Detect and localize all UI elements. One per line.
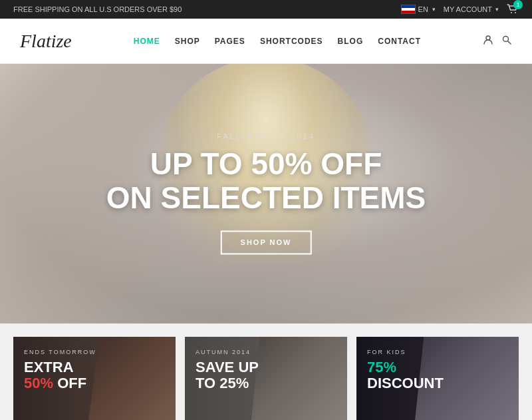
- promo-to-2: TO: [196, 375, 215, 391]
- user-icon[interactable]: [483, 35, 493, 48]
- svg-point-2: [486, 36, 490, 40]
- search-icon[interactable]: [501, 35, 512, 48]
- svg-point-3: [503, 36, 508, 41]
- hero-banner: FALL/WINTER 2014 UP TO 50% OFF ON SELECT…: [0, 64, 532, 323]
- cart-badge: 1: [513, 0, 523, 9]
- promo-content-1: ENDS TOMORROW EXTRA 50% OFF: [13, 337, 176, 420]
- my-account-label: MY ACCOUNT: [444, 5, 492, 13]
- flag-icon: [401, 5, 416, 14]
- top-bar: FREE SHIPPING ON ALL U.S ORDERS OVER $90…: [0, 0, 532, 19]
- cart-button[interactable]: 1: [507, 4, 519, 15]
- nav-item-blog[interactable]: BLOG: [338, 37, 364, 46]
- promo-content-2: AUTUMN 2014 SAVE UP TO 25%: [185, 337, 347, 420]
- promo-headline-2: SAVE UP TO 25%: [196, 359, 336, 391]
- promo-section: ENDS TOMORROW EXTRA 50% OFF AUTUMN 2014 …: [0, 323, 532, 420]
- flag-label: EN: [418, 5, 428, 13]
- svg-line-4: [508, 41, 511, 44]
- header: Flatize HOME SHOP PAGES SHORTCODES BLOG …: [0, 19, 532, 64]
- promo-card-3[interactable]: FOR KIDS 75% Discount: [356, 337, 519, 420]
- nav-item-shortcodes[interactable]: SHORTCODES: [260, 37, 323, 46]
- top-bar-right: EN ▾ MY ACCOUNT ▾ 1: [401, 4, 519, 15]
- promo-tag-2: AUTUMN 2014: [196, 349, 336, 355]
- hero-subtitle: FALL/WINTER 2014: [106, 132, 426, 140]
- my-account-link[interactable]: MY ACCOUNT ▾: [444, 5, 499, 13]
- promo-headline-3: 75% Discount: [367, 359, 508, 391]
- hero-title-line2: ON SELECTED ITEMS: [106, 181, 426, 215]
- promo-content-3: FOR KIDS 75% Discount: [356, 337, 519, 420]
- hero-content: FALL/WINTER 2014 UP TO 50% OFF ON SELECT…: [106, 132, 426, 254]
- promo-card-2[interactable]: AUTUMN 2014 SAVE UP TO 25%: [185, 337, 347, 420]
- promo-line2-1: OFF: [57, 375, 86, 391]
- nav-item-shop[interactable]: SHOP: [175, 37, 200, 46]
- nav-item-contact[interactable]: CONTACT: [378, 37, 421, 46]
- chevron-down-icon: ▾: [432, 6, 436, 13]
- chevron-down-icon: ▾: [495, 6, 499, 13]
- nav-item-home[interactable]: HOME: [134, 37, 160, 46]
- promo-line1-2: SAVE UP: [196, 359, 259, 375]
- promo-line2-3: Discount: [367, 375, 444, 391]
- nav-icons: [483, 35, 512, 48]
- language-selector[interactable]: EN ▾: [401, 5, 436, 14]
- hero-title-line1: UP TO 50% OFF: [106, 147, 426, 181]
- shipping-text: FREE SHIPPING ON ALL U.S ORDERS OVER $90: [13, 5, 182, 13]
- hero-title: UP TO 50% OFF ON SELECTED ITEMS: [106, 147, 426, 214]
- nav-item-pages[interactable]: PAGES: [215, 37, 245, 46]
- promo-tag-1: ENDS TOMORROW: [24, 349, 165, 355]
- promo-line1-1: EXTRA: [24, 359, 74, 375]
- shop-now-button[interactable]: SHOP NOW: [221, 231, 312, 255]
- promo-highlight-3: 75%: [367, 359, 396, 375]
- svg-point-0: [511, 12, 512, 13]
- promo-highlight-1: 50%: [24, 375, 53, 391]
- logo[interactable]: Flatize: [20, 31, 72, 52]
- promo-tag-3: FOR KIDS: [367, 349, 508, 355]
- main-nav: HOME SHOP PAGES SHORTCODES BLOG CONTACT: [134, 37, 421, 46]
- svg-point-1: [515, 12, 516, 13]
- promo-card-1[interactable]: ENDS TOMORROW EXTRA 50% OFF: [13, 337, 176, 420]
- promo-headline-1: EXTRA 50% OFF: [24, 359, 165, 391]
- promo-highlight-2: 25%: [219, 375, 249, 391]
